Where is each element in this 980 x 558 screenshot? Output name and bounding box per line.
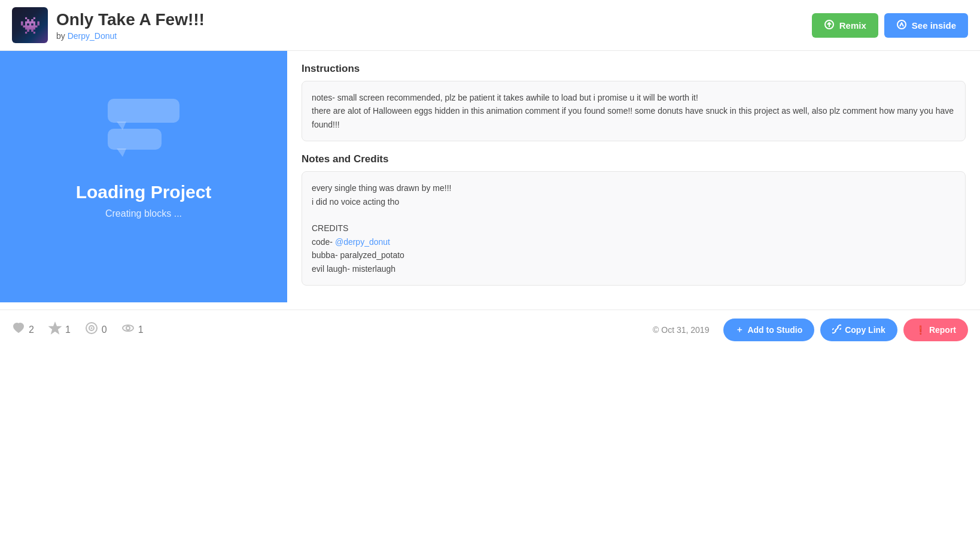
notes-box: every single thing was drawn by me!!! i … (302, 171, 966, 286)
see-inside-button[interactable]: See inside (884, 13, 968, 38)
star-icon (48, 322, 62, 338)
loading-subtitle: Creating blocks ... (105, 208, 182, 219)
notes-heading: Notes and Credits (302, 153, 966, 165)
notes-line1: every single thing was drawn by me!!! (312, 181, 955, 195)
project-player[interactable]: Loading Project Creating blocks ... (0, 51, 287, 302)
instructions-text: notes- small screen recommended, plz be … (312, 93, 954, 129)
credits-heading: CREDITS (312, 222, 955, 235)
add-to-studio-label: Add to Studio (747, 325, 802, 335)
header-actions: Remix See inside (812, 13, 968, 38)
remix-button[interactable]: Remix (812, 13, 878, 38)
main-content: Loading Project Creating blocks ... Inst… (0, 51, 980, 310)
credits-evil: evil laugh- misterlaugh (312, 262, 955, 275)
credits-code: code- @derpy_donut (312, 235, 955, 248)
remix-icon (824, 19, 835, 32)
page-title: Only Take A Few!!! (56, 10, 804, 30)
eye-icon (121, 322, 135, 338)
report-label: Report (929, 325, 956, 335)
remixes-count: 0 (102, 325, 107, 335)
remix-stat-icon (85, 322, 98, 338)
views-count: 1 (138, 325, 144, 335)
see-inside-label: See inside (912, 20, 956, 31)
copy-link-button[interactable]: Copy Link (820, 319, 897, 341)
project-thumbnail (12, 7, 48, 43)
add-to-studio-button[interactable]: ＋ Add to Studio (723, 319, 814, 341)
footer-actions: ＋ Add to Studio Copy Link ❗ Report (723, 319, 968, 341)
loves-count: 2 (29, 325, 34, 335)
notes-line2: i did no voice acting tho (312, 195, 955, 208)
views-stat: 1 (121, 322, 144, 338)
report-button[interactable]: ❗ Report (903, 319, 968, 341)
favorites-count: 1 (65, 325, 71, 335)
svg-point-5 (90, 327, 92, 329)
loading-title: Loading Project (76, 182, 212, 202)
loves-stat: 2 (12, 322, 34, 338)
heart-icon (12, 322, 25, 338)
svg-point-7 (126, 326, 130, 330)
author-link[interactable]: Derpy_Donut (68, 31, 117, 41)
credits-code-label: code- (312, 237, 333, 247)
svg-marker-2 (49, 323, 60, 333)
instructions-box: notes- small screen recommended, plz be … (302, 81, 966, 141)
author-prefix: by (56, 31, 65, 41)
instructions-heading: Instructions (302, 63, 966, 75)
footer: 2 1 0 1 © Oct 31, 2019 (0, 310, 980, 350)
see-inside-icon (896, 19, 907, 32)
speech-bubbles (108, 99, 179, 150)
exclamation-icon: ❗ (915, 325, 926, 335)
thumbnail-image (12, 7, 48, 43)
credits-code-link[interactable]: @derpy_donut (335, 237, 390, 247)
svg-point-1 (897, 20, 906, 29)
header: Only Take A Few!!! by Derpy_Donut Remix (0, 0, 980, 51)
speech-bubble-1 (108, 99, 179, 123)
project-info: Only Take A Few!!! by Derpy_Donut (56, 10, 804, 41)
remix-label: Remix (839, 20, 866, 31)
plus-icon: ＋ (735, 325, 744, 335)
remixes-stat: 0 (85, 322, 107, 338)
copy-link-label: Copy Link (845, 325, 885, 335)
credits-bubba: bubba- paralyzed_potato (312, 248, 955, 262)
footer-date: © Oct 31, 2019 (653, 325, 709, 335)
favorites-stat: 1 (48, 322, 71, 338)
speech-bubble-2 (108, 129, 162, 150)
right-panel: Instructions notes- small screen recomme… (287, 51, 980, 310)
link-icon (832, 325, 841, 335)
project-author: by Derpy_Donut (56, 31, 804, 41)
